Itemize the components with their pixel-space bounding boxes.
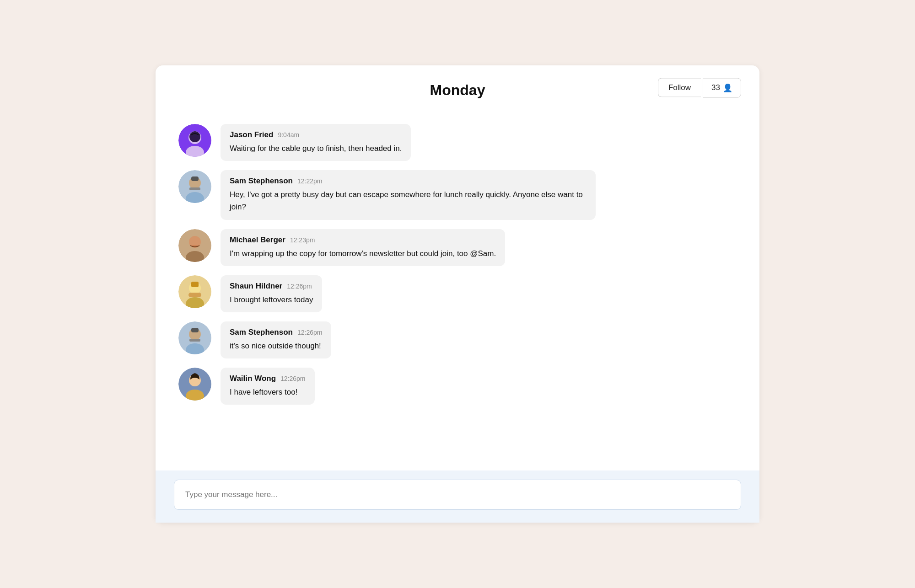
avatar	[178, 170, 211, 203]
svg-rect-20	[191, 328, 199, 332]
message-input[interactable]	[174, 480, 741, 510]
page-title: Monday	[430, 82, 485, 99]
message-time: 12:23pm	[290, 236, 315, 244]
message-header: Shaun Hildner12:26pm	[230, 282, 313, 291]
svg-rect-16	[191, 282, 199, 287]
message-bubble: Sam Stephenson12:22pmHey, I've got a pre…	[221, 170, 596, 219]
message-row: Shaun Hildner12:26pmI brought leftovers …	[178, 275, 737, 312]
followers-count: 33	[711, 83, 720, 92]
message-header: Michael Berger12:23pm	[230, 235, 496, 245]
message-header: Wailin Wong12:26pm	[230, 374, 306, 383]
message-header: Jason Fried9:04am	[230, 130, 402, 139]
svg-rect-21	[189, 339, 200, 342]
message-header: Sam Stephenson12:26pm	[230, 328, 322, 337]
followers-button[interactable]: 33 👤	[703, 78, 741, 97]
message-author: Wailin Wong	[230, 374, 276, 383]
message-author: Michael Berger	[230, 235, 285, 245]
message-row: Wailin Wong12:26pmI have leftovers too!	[178, 368, 737, 405]
message-time: 12:26pm	[280, 375, 305, 382]
message-bubble: Jason Fried9:04amWaiting for the cable g…	[221, 124, 411, 161]
chat-header: Monday Follow 33 👤	[156, 65, 759, 110]
message-time: 9:04am	[278, 131, 299, 139]
message-row: Sam Stephenson12:26pmit's so nice outsid…	[178, 321, 737, 358]
message-author: Sam Stephenson	[230, 328, 293, 337]
message-text: Hey, I've got a pretty busy day but can …	[230, 188, 587, 213]
message-text: it's so nice outside though!	[230, 340, 322, 352]
avatar	[178, 275, 211, 308]
message-bubble: Michael Berger12:23pmI'm wrapping up the…	[221, 229, 505, 266]
message-row: Michael Berger12:23pmI'm wrapping up the…	[178, 229, 737, 266]
message-text: I brought leftovers today	[230, 294, 313, 306]
chat-input-area	[156, 470, 759, 523]
message-author: Jason Fried	[230, 130, 273, 139]
svg-point-3	[189, 131, 200, 142]
message-author: Sam Stephenson	[230, 176, 293, 186]
svg-rect-15	[188, 293, 201, 297]
message-time: 12:26pm	[287, 283, 312, 290]
message-header: Sam Stephenson12:22pm	[230, 176, 587, 186]
message-text: Waiting for the cable guy to finish, the…	[230, 142, 402, 155]
avatar	[178, 124, 211, 157]
avatar	[178, 368, 211, 401]
message-author: Shaun Hildner	[230, 282, 282, 291]
message-time: 12:22pm	[297, 177, 322, 185]
message-text: I have leftovers too!	[230, 386, 306, 398]
avatar	[178, 229, 211, 262]
svg-rect-8	[189, 187, 200, 190]
message-row: Sam Stephenson12:22pmHey, I've got a pre…	[178, 170, 737, 219]
svg-rect-7	[191, 176, 199, 181]
follow-button[interactable]: Follow	[658, 78, 701, 97]
message-time: 12:26pm	[297, 329, 322, 336]
message-bubble: Wailin Wong12:26pmI have leftovers too!	[221, 368, 315, 405]
person-icon: 👤	[723, 83, 732, 92]
header-actions: Follow 33 👤	[658, 78, 741, 97]
message-bubble: Sam Stephenson12:26pmit's so nice outsid…	[221, 321, 331, 358]
message-bubble: Shaun Hildner12:26pmI brought leftovers …	[221, 275, 322, 312]
avatar	[178, 321, 211, 354]
message-text: I'm wrapping up the copy for tomorrow's …	[230, 247, 496, 260]
chat-container: Monday Follow 33 👤 Jason Fried9:04amWait…	[156, 65, 759, 523]
messages-area: Jason Fried9:04amWaiting for the cable g…	[156, 110, 759, 470]
message-row: Jason Fried9:04amWaiting for the cable g…	[178, 124, 737, 161]
